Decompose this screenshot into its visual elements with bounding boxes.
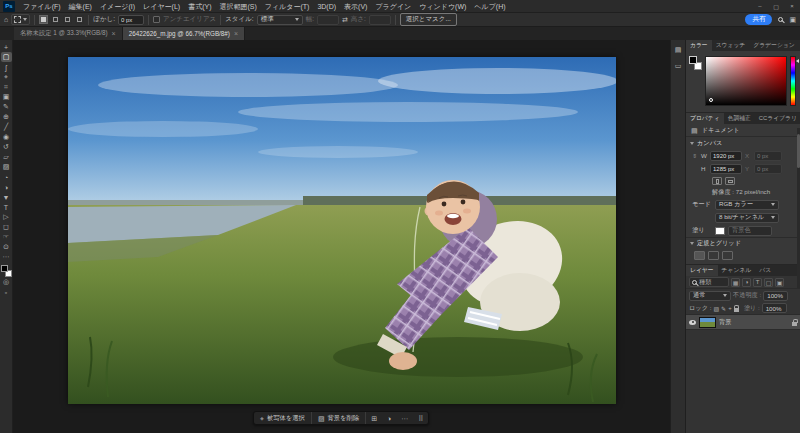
zoom-tool[interactable]: ⊙: [1, 242, 12, 252]
menu-image[interactable]: イメージ(I): [96, 0, 139, 13]
path-selection-tool[interactable]: ▷: [1, 212, 12, 222]
maximize-button[interactable]: ▢: [768, 0, 784, 13]
move-tool[interactable]: +: [1, 42, 12, 52]
filter-adjustment-icon[interactable]: ◑: [742, 278, 751, 287]
new-selection-icon[interactable]: [39, 15, 48, 24]
clone-stamp-tool[interactable]: ◉: [1, 132, 12, 142]
menu-plugins[interactable]: プラグイン: [371, 0, 415, 13]
tab-properties[interactable]: プロパティ: [686, 113, 724, 124]
layer-fill-select[interactable]: 100%: [762, 303, 787, 313]
rectangular-marquee-tool[interactable]: ▢: [1, 52, 12, 62]
menu-layer[interactable]: レイヤー(L): [139, 0, 184, 13]
lock-all-icon[interactable]: [734, 308, 739, 312]
frame-tool[interactable]: ▣: [1, 92, 12, 102]
photo-canvas[interactable]: [68, 57, 616, 404]
bit-depth-select[interactable]: 8 bit/チャンネル: [715, 213, 779, 223]
layer-row-background[interactable]: 背景: [686, 314, 800, 330]
tab-gradients[interactable]: グラデーション: [749, 40, 798, 51]
eyedropper-tool[interactable]: ✎: [1, 102, 12, 112]
blur-tool[interactable]: ◔: [1, 172, 12, 182]
rulers-grid-section-header[interactable]: 定規とグリッド: [686, 237, 800, 249]
menu-edit[interactable]: 編集(E): [65, 0, 96, 13]
layer-thumbnail[interactable]: [699, 317, 716, 328]
document-tab-jpg[interactable]: 26422626_m.jpg @ 66.7%(RGB/8#) ×: [123, 27, 245, 40]
document-tab-untitled[interactable]: 名称未設定 1 @ 33.3%(RGB/8) ×: [14, 27, 123, 40]
tab-swatches[interactable]: スウォッチ: [712, 40, 750, 51]
width-input[interactable]: [317, 15, 339, 25]
select-subject-button[interactable]: ⌖ 被写体を選択: [254, 412, 312, 424]
landscape-orientation-button[interactable]: [725, 177, 735, 185]
filter-pixel-icon[interactable]: ▦: [731, 278, 740, 287]
history-panel-icon[interactable]: ▤: [672, 44, 684, 55]
lasso-tool[interactable]: ʃ: [1, 62, 12, 72]
filter-smart-object-icon[interactable]: ▣: [775, 278, 784, 287]
lock-transparent-icon[interactable]: ▨: [713, 305, 719, 312]
rulers-toggle-icon[interactable]: [694, 251, 705, 260]
transform-button[interactable]: ⊞: [366, 412, 382, 424]
shape-tool[interactable]: ◻: [1, 222, 12, 232]
portrait-orientation-button[interactable]: [712, 177, 722, 185]
quick-mask-icon[interactable]: ◎: [1, 277, 12, 287]
spot-healing-tool[interactable]: ⊕: [1, 112, 12, 122]
tab-paths[interactable]: パス: [755, 265, 775, 276]
filter-shape-icon[interactable]: ▢: [764, 278, 773, 287]
menu-type[interactable]: 書式(Y): [184, 0, 215, 13]
panel-color-swatches[interactable]: [689, 56, 702, 70]
swap-dimensions-icon[interactable]: ⇄: [342, 16, 348, 23]
height-input[interactable]: [369, 15, 391, 25]
lock-pixels-icon[interactable]: ✎: [721, 305, 726, 312]
grid-toggle-icon[interactable]: [708, 251, 719, 260]
more-options-button[interactable]: ⋯: [396, 412, 413, 424]
layer-filter-type-select[interactable]: 種類: [689, 277, 729, 287]
menu-view[interactable]: 表示(V): [340, 0, 371, 13]
foreground-color-swatch[interactable]: [689, 56, 697, 64]
canvas-x-input[interactable]: [754, 151, 782, 161]
canvas-pasteboard[interactable]: ⌖ 被写体を選択 ▨ 背景を削除 ⊞ ◑ ⋯ ⠿ 66.67% 1920 px …: [13, 40, 670, 433]
color-swatches[interactable]: [1, 265, 12, 277]
saturation-brightness-picker[interactable]: [705, 56, 787, 106]
menu-file[interactable]: ファイル(F): [19, 0, 65, 13]
tab-layers[interactable]: レイヤー: [686, 265, 718, 276]
canvas-height-input[interactable]: [710, 164, 742, 174]
layer-visibility-icon[interactable]: [689, 320, 696, 325]
object-selection-tool[interactable]: ⌖: [1, 72, 12, 82]
color-mode-select[interactable]: RGB カラー: [715, 200, 779, 210]
style-select[interactable]: 標準: [257, 15, 303, 25]
close-icon[interactable]: ×: [234, 30, 238, 37]
edit-toolbar-icon[interactable]: ⋯: [1, 252, 12, 262]
tab-channels[interactable]: チャンネル: [718, 265, 756, 276]
fill-mode-select[interactable]: 背景色: [728, 226, 772, 236]
menu-select[interactable]: 選択範囲(S): [215, 0, 260, 13]
home-icon[interactable]: ⌂: [4, 16, 8, 23]
add-selection-icon[interactable]: [51, 15, 60, 24]
canvas-section-header[interactable]: カンバス: [686, 137, 800, 149]
layer-locked-icon[interactable]: [792, 322, 797, 326]
menu-window[interactable]: ウィンドウ(W): [415, 0, 470, 13]
menu-3d[interactable]: 3D(D): [313, 0, 340, 13]
close-icon[interactable]: ×: [112, 30, 116, 37]
close-button[interactable]: ×: [784, 0, 800, 13]
tab-cc-libraries[interactable]: CCライブラリ: [755, 113, 800, 124]
color-picker-cursor[interactable]: [709, 98, 713, 102]
tool-preset-picker[interactable]: [11, 14, 30, 25]
tab-adjustments[interactable]: 色調補正: [724, 113, 755, 124]
canvas-y-input[interactable]: [754, 164, 782, 174]
screen-mode-icon[interactable]: ▫: [1, 287, 12, 297]
gradient-tool[interactable]: ▨: [1, 162, 12, 172]
tab-color[interactable]: カラー: [686, 40, 712, 51]
dodge-tool[interactable]: ◑: [1, 182, 12, 192]
crop-tool[interactable]: ⌗: [1, 82, 12, 92]
link-dimensions-icon[interactable]: ∞: [692, 153, 698, 159]
filter-type-icon[interactable]: T: [753, 278, 762, 287]
type-tool[interactable]: T: [1, 202, 12, 212]
menu-filter[interactable]: フィルター(T): [261, 0, 314, 13]
subtract-selection-icon[interactable]: [63, 15, 72, 24]
select-and-mask-button[interactable]: 選択とマスク...: [400, 13, 457, 26]
eraser-tool[interactable]: ▱: [1, 152, 12, 162]
brush-tool[interactable]: ╱: [1, 122, 12, 132]
menu-help[interactable]: ヘルプ(H): [470, 0, 509, 13]
foreground-color-swatch[interactable]: [1, 265, 8, 272]
history-brush-tool[interactable]: ↺: [1, 142, 12, 152]
comments-panel-icon[interactable]: ▭: [672, 60, 684, 71]
workspace-switcher-icon[interactable]: ▣: [789, 16, 796, 23]
